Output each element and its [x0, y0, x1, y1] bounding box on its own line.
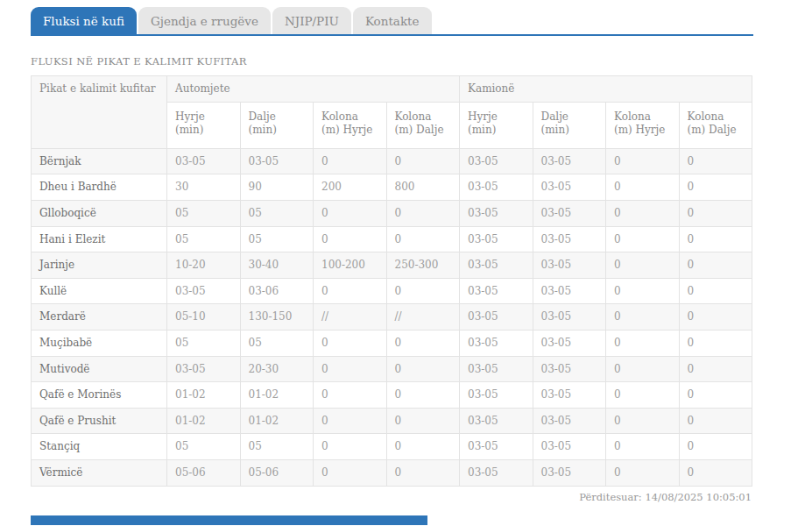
table-body: Bërnjak03-0503-050003-0503-0500Dheu i Ba… [32, 148, 752, 486]
value-cell: 0 [386, 459, 460, 486]
tab-kontakte[interactable]: Kontakte [353, 7, 432, 34]
value-cell: 05 [240, 200, 314, 226]
value-cell: 0 [679, 200, 752, 226]
value-cell: 0 [606, 174, 680, 201]
value-cell: 05 [167, 434, 241, 460]
crossing-name-cell: Stançiq [32, 434, 167, 460]
table-row: Dheu i Bardhë309020080003-0503-0500 [32, 174, 752, 201]
value-cell: 0 [314, 330, 387, 356]
value-cell: 0 [386, 148, 460, 174]
value-cell: 90 [240, 174, 314, 201]
value-cell: 130-150 [240, 304, 314, 331]
group-header-automjete: Automjete [167, 76, 460, 103]
value-cell: 0 [606, 330, 680, 356]
group-header-row: Pikat e kalimit kufitar Automjete Kamion… [32, 76, 752, 103]
value-cell: 0 [679, 174, 752, 201]
value-cell: 03-05 [167, 278, 241, 304]
table-header: Pikat e kalimit kufitar Automjete Kamion… [32, 76, 752, 149]
value-cell: 03-05 [533, 408, 606, 434]
crossing-name-cell: Hani i Elezit [32, 226, 167, 252]
value-cell: 0 [314, 148, 387, 174]
crossing-name-cell: Muçibabë [32, 330, 167, 356]
col-header-dalje-min: Dalje (min) [533, 102, 606, 148]
value-cell: 05 [240, 226, 314, 252]
value-cell: 0 [606, 434, 680, 460]
value-cell: 03-05 [167, 148, 241, 174]
table-row: Hani i Elezit05050003-0503-0500 [32, 226, 752, 252]
value-cell: 05-06 [240, 459, 314, 486]
value-cell: 0 [386, 356, 460, 382]
value-cell: 01-02 [167, 408, 241, 434]
value-cell: 03-05 [460, 434, 533, 460]
value-cell: 0 [679, 226, 752, 252]
value-cell: 03-05 [460, 356, 533, 382]
crossing-name-cell: Mutivodë [32, 356, 167, 382]
value-cell: 03-05 [460, 148, 533, 174]
value-cell: 0 [679, 408, 752, 434]
value-cell: 05 [240, 434, 314, 460]
value-cell: 0 [386, 278, 460, 304]
value-cell: 0 [606, 252, 680, 279]
value-cell: 0 [386, 382, 460, 409]
value-cell: 03-05 [533, 200, 606, 226]
value-cell: 0 [606, 200, 680, 226]
value-cell: 0 [679, 148, 752, 174]
tab-fluksi-ne-kufi[interactable]: Fluksi në kufi [31, 7, 137, 34]
col-header-dalje-min: Dalje (min) [240, 102, 314, 148]
col-header-kolona-dalje: Kolona (m) Dalje [679, 102, 752, 148]
value-cell: 03-05 [533, 148, 606, 174]
value-cell: 0 [606, 304, 680, 331]
value-cell: 0 [314, 408, 387, 434]
value-cell: 03-05 [460, 382, 533, 409]
value-cell: 03-06 [240, 278, 314, 304]
table-row: Vërmicë05-0605-060003-0503-0500 [32, 459, 752, 486]
value-cell: 0 [386, 226, 460, 252]
tab-njip-piu[interactable]: NJIP/PIU [272, 7, 351, 34]
value-cell: 0 [679, 356, 752, 382]
table-row: Merdarë05-10130-150////03-0503-0500 [32, 304, 752, 331]
col-header-crossing-points: Pikat e kalimit kufitar [32, 76, 167, 149]
value-cell: 03-05 [533, 382, 606, 409]
tab-gjendja-e-rrugeve[interactable]: Gjendja e rrugëve [138, 7, 271, 34]
table-row: Jarinje10-2030-40100-200250-30003-0503-0… [32, 252, 752, 279]
value-cell: 03-05 [533, 278, 606, 304]
value-cell: 0 [606, 148, 680, 174]
table-row: Glloboqicë05050003-0503-0500 [32, 200, 752, 226]
value-cell: 0 [314, 459, 387, 486]
value-cell: 0 [606, 226, 680, 252]
tab-bar: Fluksi në kufi Gjendja e rrugëve NJIP/PI… [31, 7, 753, 36]
value-cell: 01-02 [167, 382, 241, 409]
col-header-kolona-dalje: Kolona (m) Dalje [386, 102, 460, 148]
value-cell: 0 [679, 382, 752, 409]
value-cell: 0 [679, 330, 752, 356]
value-cell: 100-200 [314, 252, 387, 279]
value-cell: 01-02 [240, 408, 314, 434]
crossing-name-cell: Vërmicë [32, 459, 167, 486]
crossing-name-cell: Jarinje [32, 252, 167, 279]
value-cell: 03-05 [460, 226, 533, 252]
value-cell: 30 [167, 174, 241, 201]
value-cell: 03-05 [460, 459, 533, 486]
value-cell: 03-05 [533, 174, 606, 201]
crossing-name-cell: Qafë e Prushit [32, 408, 167, 434]
col-header-kolona-hyrje: Kolona (m) Hyrje [606, 102, 680, 148]
value-cell: 0 [386, 408, 460, 434]
value-cell: 05 [167, 330, 241, 356]
value-cell: 03-05 [533, 356, 606, 382]
value-cell: 10-20 [167, 252, 241, 279]
bottom-accent-bar [31, 515, 427, 525]
value-cell: 0 [606, 356, 680, 382]
value-cell: 30-40 [240, 252, 314, 279]
value-cell: 03-05 [240, 148, 314, 174]
page-title: FLUKSI NË PIKAT E KALIMIT KUFITAR [31, 55, 753, 68]
value-cell: 03-05 [533, 226, 606, 252]
col-header-hyrje-min: Hyrje (min) [460, 102, 533, 148]
value-cell: 03-05 [460, 304, 533, 331]
widget-container: Fluksi në kufi Gjendja e rrugëve NJIP/PI… [31, 0, 753, 503]
value-cell: 03-05 [533, 330, 606, 356]
value-cell: 03-05 [460, 330, 533, 356]
value-cell: 03-05 [460, 408, 533, 434]
value-cell: 05 [240, 330, 314, 356]
crossing-name-cell: Merdarë [32, 304, 167, 331]
value-cell: 800 [386, 174, 460, 201]
